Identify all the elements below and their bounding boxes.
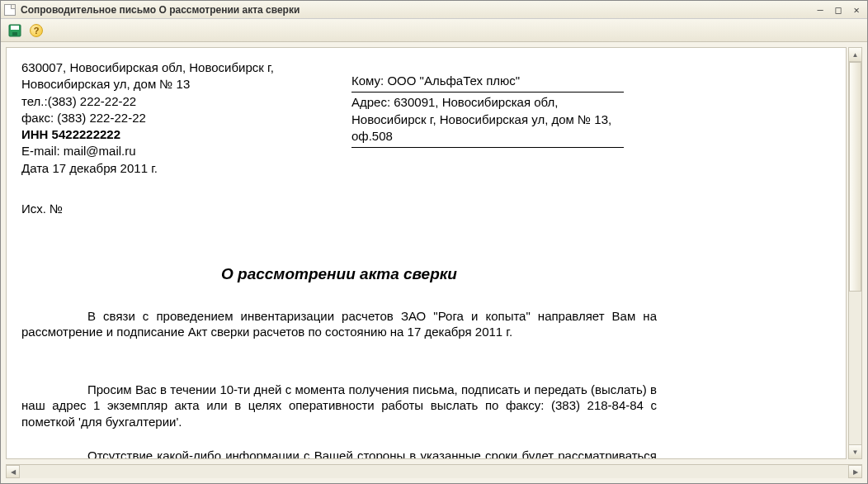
help-button[interactable]: ? (27, 21, 45, 40)
content-area: 630007, Новосибирская обл, Новосибирск г… (1, 42, 867, 464)
save-icon (8, 24, 21, 37)
recipient-address: Адрес: 630091, Новосибирская обл, Новоси… (351, 93, 624, 148)
close-button[interactable]: ✕ (849, 3, 864, 17)
toolbar: ? (1, 19, 867, 42)
svg-rect-1 (11, 26, 19, 30)
recipient-to: Кому: ООО "АльфаТех плюс" (351, 71, 624, 93)
window-controls: — □ ✕ (813, 3, 864, 17)
window: Сопроводительное письмо О рассмотрении а… (0, 0, 868, 484)
scroll-track[interactable] (849, 62, 861, 444)
horizontal-scrollbar[interactable]: ◀ ▶ (6, 464, 862, 478)
sender-fax: факс: (383) 222-22-22 (21, 110, 302, 126)
scroll-down-button[interactable]: ▼ (849, 444, 861, 458)
document-header: 630007, Новосибирская обл, Новосибирск г… (21, 59, 831, 177)
document-title: О рассмотрении акта сверки (21, 265, 657, 283)
save-button[interactable] (6, 21, 24, 40)
sender-date: Дата 17 декабря 2011 г. (21, 160, 302, 177)
body-paragraph-1: В связи с проведением инвентаризации рас… (21, 308, 657, 340)
sender-block: 630007, Новосибирская обл, Новосибирск г… (21, 59, 302, 177)
titlebar: Сопроводительное письмо О рассмотрении а… (1, 1, 867, 19)
svg-rect-2 (12, 32, 17, 36)
sender-inn: ИНН 5422222222 (21, 126, 302, 143)
vertical-scrollbar[interactable]: ▲ ▼ (848, 47, 862, 459)
outgoing-number: Исх. № (21, 202, 831, 216)
scroll-thumb[interactable] (849, 62, 861, 292)
document-view[interactable]: 630007, Новосибирская обл, Новосибирск г… (6, 47, 847, 459)
help-icon: ? (30, 24, 43, 37)
window-title: Сопроводительное письмо О рассмотрении а… (21, 4, 813, 16)
scroll-left-button[interactable]: ◀ (6, 465, 20, 478)
sender-address: 630007, Новосибирская обл, Новосибирск г… (21, 59, 302, 93)
body-paragraph-3: Отсутствие какой-либо информации с Вашей… (21, 448, 657, 459)
sender-email: E-mail: mail@mail.ru (21, 143, 302, 159)
recipient-block: Кому: ООО "АльфаТех плюс" Адрес: 630091,… (351, 71, 624, 177)
scroll-right-button[interactable]: ▶ (848, 465, 862, 478)
document-icon (4, 4, 16, 16)
minimize-button[interactable]: — (813, 3, 828, 17)
body-paragraph-2: Просим Вас в течении 10-ти дней с момент… (21, 382, 657, 430)
sender-tel: тел.:(383) 222-22-22 (21, 93, 302, 110)
scroll-up-button[interactable]: ▲ (849, 48, 861, 62)
scroll-h-track[interactable] (20, 465, 848, 478)
maximize-button[interactable]: □ (831, 3, 846, 17)
